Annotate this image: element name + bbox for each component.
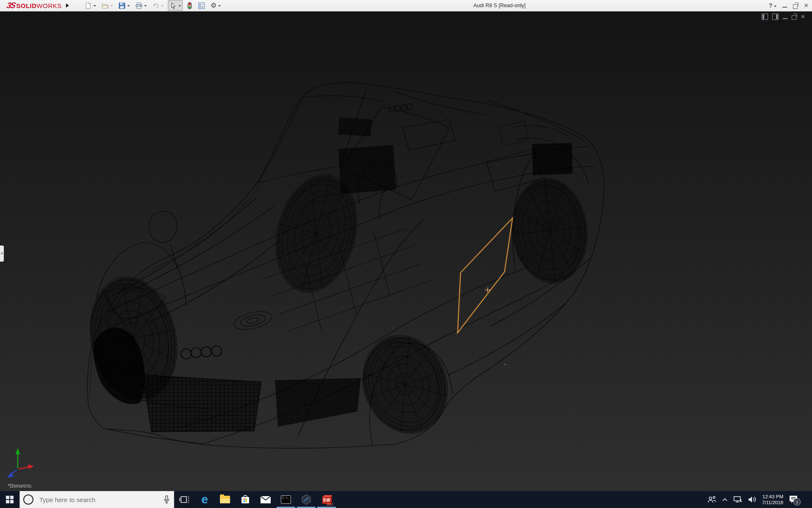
microsoft-store-icon: [240, 494, 250, 505]
open-document-button[interactable]: [100, 1, 114, 10]
file-properties-icon: [198, 2, 205, 9]
mail-icon: [260, 496, 271, 504]
print-button[interactable]: [134, 1, 148, 10]
chevron-up-icon[interactable]: [722, 498, 728, 502]
dropdown-arrow-icon[interactable]: [161, 5, 164, 8]
file-properties-button[interactable]: [197, 1, 206, 10]
notification-badge: 2: [793, 498, 801, 505]
stray-point: [505, 364, 506, 365]
help-icon: ?: [769, 2, 773, 9]
file-explorer-icon: [220, 496, 230, 503]
dropdown-arrow-icon[interactable]: [144, 5, 147, 8]
cortana-circle-icon: [23, 494, 33, 505]
task-view-button[interactable]: [174, 491, 195, 508]
task-view-icon: [179, 495, 189, 504]
solidworks-2017-icon: SW 2017: [321, 494, 332, 505]
people-icon[interactable]: [707, 496, 716, 503]
taskbar-search[interactable]: [19, 491, 174, 508]
dropdown-arrow-icon[interactable]: [178, 5, 181, 8]
engine-mesh-left: [338, 145, 396, 194]
action-center-button[interactable]: 2: [789, 495, 799, 504]
taskbar-item-edge[interactable]: e: [195, 491, 215, 508]
save-floppy-icon: [118, 2, 126, 9]
restore-button[interactable]: [793, 4, 798, 9]
expand-handle-icon: [1, 252, 3, 254]
dropdown-arrow-icon[interactable]: [218, 5, 221, 8]
display-pane-right-icon[interactable]: [772, 14, 779, 20]
save-button[interactable]: [117, 1, 131, 10]
taskbar-item-command-prompt[interactable]: C:\_: [276, 491, 296, 508]
speaker-icon[interactable]: [748, 496, 757, 503]
search-input[interactable]: [38, 496, 164, 504]
dropdown-arrow-icon[interactable]: [110, 5, 113, 8]
windows-logo-icon: [6, 496, 14, 503]
printer-icon: [135, 2, 143, 9]
help-button[interactable]: ?: [769, 2, 777, 9]
windows-taskbar: e C:\_ SW 2017 12:43 PM 7/11/2018: [0, 491, 812, 508]
taskbar-item-hexagon-app[interactable]: [296, 491, 316, 508]
close-button[interactable]: ✕: [804, 2, 809, 9]
options-gear-icon: ⚙: [211, 2, 217, 9]
edge-icon: e: [201, 494, 208, 505]
dropdown-arrow-icon[interactable]: [127, 5, 130, 8]
new-document-icon: [85, 2, 92, 9]
undo-arrow-icon: [152, 2, 159, 9]
start-button[interactable]: [0, 491, 19, 508]
solidworks-year-badge: 2017: [326, 503, 333, 506]
system-tray: 12:43 PM 7/11/2018 2: [707, 491, 812, 508]
solidworks-logo-mark: 3S: [6, 1, 16, 10]
document-minimize-button[interactable]: [783, 18, 787, 19]
document-title: Audi R8 S [Read-only]: [473, 0, 526, 11]
window-controls: ? ✕: [769, 0, 809, 11]
new-document-button[interactable]: [83, 1, 97, 10]
quick-access-toolbar: ⚙: [83, 0, 225, 11]
menu-flyout-arrow-icon[interactable]: [66, 3, 69, 8]
select-cursor-icon: [170, 2, 177, 9]
roof-vent-mesh: [338, 118, 372, 136]
taskbar-clock[interactable]: 12:43 PM 7/11/2018: [762, 494, 783, 505]
select-tool-button[interactable]: [168, 0, 183, 11]
taskbar-item-store[interactable]: [235, 491, 255, 508]
clock-date: 7/11/2018: [762, 500, 783, 505]
undo-button[interactable]: [151, 1, 165, 10]
dropdown-arrow-icon[interactable]: [774, 6, 776, 8]
rebuild-traffic-light-icon: [187, 2, 192, 9]
display-pane-left-icon[interactable]: [762, 14, 768, 20]
feature-manager-collapsed-tab[interactable]: [0, 246, 4, 262]
rebuild-button[interactable]: [186, 1, 194, 10]
title-bar: 3SSOLIDWORKS: [0, 0, 812, 11]
document-window-controls: ✕: [762, 14, 805, 20]
command-prompt-icon: C:\_: [281, 495, 291, 504]
svg-text:W: W: [326, 498, 330, 502]
engine-mesh-right: [532, 143, 573, 175]
view-orientation-label: *Dimetric: [8, 483, 32, 489]
minimize-button[interactable]: [782, 7, 787, 8]
taskbar-item-solidworks[interactable]: SW 2017: [316, 491, 337, 508]
taskbar-item-file-explorer[interactable]: [215, 491, 235, 508]
clock-time: 12:43 PM: [762, 494, 783, 500]
document-close-button[interactable]: ✕: [801, 14, 805, 20]
network-icon[interactable]: [733, 496, 743, 503]
document-restore-button[interactable]: [792, 15, 796, 20]
solidworks-logo: 3SSOLIDWORKS: [7, 1, 62, 10]
options-button[interactable]: ⚙: [209, 1, 222, 10]
dropdown-arrow-icon[interactable]: [93, 5, 96, 8]
hexagon-app-icon: [301, 494, 312, 505]
taskbar-item-mail[interactable]: [255, 491, 276, 508]
front-grille: [143, 375, 261, 432]
open-folder-icon: [102, 2, 109, 9]
graphics-viewport[interactable]: [0, 0, 812, 508]
svg-text:S: S: [323, 498, 326, 502]
microphone-icon[interactable]: [164, 495, 170, 504]
